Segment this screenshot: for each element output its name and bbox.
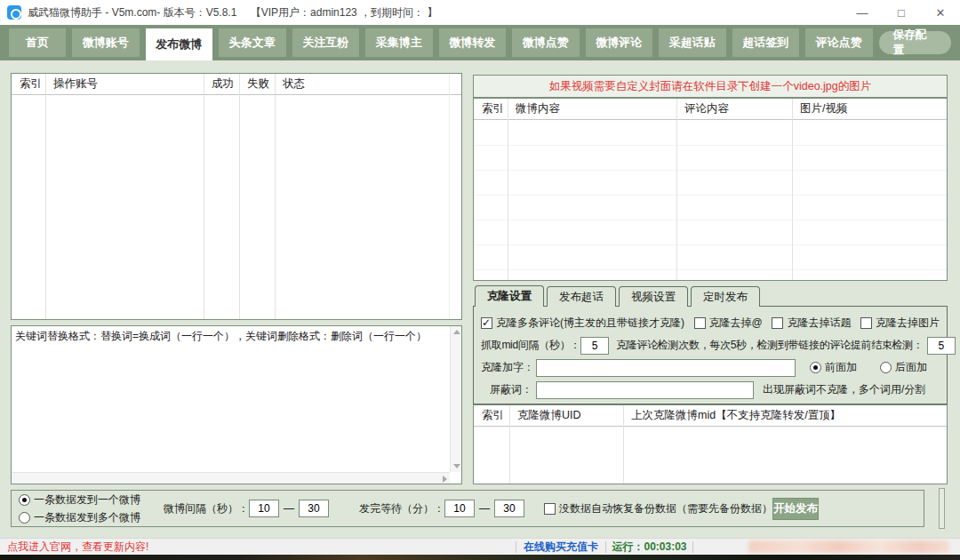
accounts-table[interactable]: 索引 操作账号 成功 失败 状态 (11, 73, 462, 320)
row-gridlines (474, 121, 947, 280)
column-divider (45, 74, 46, 319)
tab-scheduled-publish[interactable]: 定时发布 (691, 286, 760, 307)
block-words-label: 屏蔽词： (481, 382, 536, 397)
tab-comment-like[interactable]: 评论点赞 (805, 28, 873, 57)
uid-table-header: 索引 克隆微博UID 上次克隆微博mid【不支持克隆转发/置顶】 (474, 405, 947, 427)
save-config-button[interactable]: 保存配置 (879, 31, 952, 54)
column-divider (275, 74, 276, 319)
range-dash: — (284, 502, 294, 515)
official-site-link[interactable]: 点我进入官网，查看更新内容! (0, 540, 516, 555)
one-data-one-weibo-radio[interactable]: 一条数据发到一个微博 (19, 492, 140, 508)
desktop-edge-strip (0, 555, 960, 560)
radio-selected-icon (19, 494, 30, 506)
app-icon (7, 5, 21, 20)
clone-add-word-input[interactable] (536, 359, 796, 377)
tab-publish-weibo[interactable]: 发布微博 (146, 28, 213, 60)
send-mode-radios: 一条数据发到一个微博 一条数据发到多个微博 (19, 492, 140, 525)
scroll-up-icon[interactable] (453, 330, 460, 334)
col-index[interactable]: 索引 (474, 101, 508, 116)
column-divider (508, 99, 508, 280)
tab-collect-bloggers[interactable]: 采集博主 (365, 28, 433, 57)
column-divider (676, 99, 677, 280)
scroll-down-icon[interactable] (453, 464, 460, 468)
col-index[interactable]: 索引 (12, 76, 45, 92)
publish-controls: 一条数据发到一个微博 一条数据发到多个微博 微博间隔（秒）： — 发完等待（分）… (11, 490, 924, 527)
content-table[interactable]: 索引 微博内容 评论内容 图片/视频 (473, 98, 948, 281)
tab-clone-settings[interactable]: 克隆设置 (475, 285, 544, 307)
app-window: 威武猫微博助手 - V5m.com- 版本号：V5.8.1 【VIP用户：adm… (0, 0, 960, 560)
content-table-header: 索引 微博内容 评论内容 图片/视频 (474, 99, 947, 120)
close-button[interactable]: ✕ (921, 0, 960, 25)
interval-to-input[interactable] (299, 500, 329, 517)
detect-count-input[interactable] (927, 337, 956, 355)
window-controls: — □ ✕ (843, 0, 960, 25)
col-index[interactable]: 索引 (474, 408, 509, 423)
add-back-radio[interactable]: 后面加 (880, 360, 927, 375)
restore-backup-checkbox[interactable]: 没数据自动恢复备份数据（需要先备份数据） (544, 501, 772, 516)
buy-card-link[interactable]: 在线购买充值卡 (516, 540, 605, 555)
column-divider (792, 99, 793, 280)
mid-interval-input[interactable] (580, 337, 609, 355)
notice-text: 如果视频需要自定义封面请在软件目录下创建一个video.jpg的图片 (549, 79, 872, 94)
tab-supertopic-checkin[interactable]: 超话签到 (732, 28, 800, 57)
block-words-input[interactable] (536, 381, 754, 399)
tab-weibo-accounts[interactable]: 微博账号 (72, 28, 140, 57)
col-fail[interactable]: 失败 (239, 76, 275, 92)
clone-uid-table[interactable]: 索引 克隆微博UID 上次克隆微博mid【不支持克隆转发/置顶】 (473, 404, 948, 484)
window-title: 威武猫微博助手 - V5m.com- 版本号：V5.8.1 【VIP用户：adm… (28, 5, 437, 20)
col-uid[interactable]: 克隆微博UID (509, 408, 623, 423)
clone-remove-topic-checkbox[interactable]: 克隆去掉话题 (772, 316, 851, 331)
radio-icon (19, 512, 30, 524)
checkbox-icon (694, 317, 706, 329)
tab-weibo-repost[interactable]: 微博转发 (439, 28, 507, 57)
interval-from-input[interactable] (249, 500, 279, 517)
weibo-interval-label: 微博间隔（秒）： (164, 501, 249, 516)
col-success[interactable]: 成功 (204, 76, 239, 92)
wait-to-input[interactable] (494, 500, 524, 517)
clone-remove-at-checkbox[interactable]: 克隆去掉@ (694, 316, 763, 331)
run-timer: 运行：00:03:03 (606, 540, 692, 555)
detect-count-label: 克隆评论检测次数，每次5秒，检测到带链接的评论提前结束检测： (616, 338, 924, 353)
col-last-mid[interactable]: 上次克隆微博mid【不支持克隆转发/置顶】 (623, 408, 947, 423)
tab-video-settings[interactable]: 视频设置 (619, 286, 688, 307)
tab-publish-supertopic[interactable]: 发布超话 (547, 286, 616, 307)
scroll-right-icon[interactable] (443, 476, 447, 483)
clone-remove-image-checkbox[interactable]: 克隆去掉图片 (860, 316, 940, 331)
tab-weibo-like[interactable]: 微博点赞 (512, 28, 580, 57)
checkbox-icon (860, 317, 872, 329)
panel-edge-sliver (939, 488, 945, 529)
one-data-multi-weibo-radio[interactable]: 一条数据发到多个微博 (19, 510, 140, 525)
status-bar: 点我进入官网，查看更新内容! 在线购买充值卡 运行：00:03:03 (0, 538, 960, 555)
tab-home[interactable]: 首页 (9, 28, 66, 57)
col-weibo-content[interactable]: 微博内容 (508, 101, 676, 116)
tab-collect-supertopic[interactable]: 采超话贴 (659, 28, 726, 57)
col-media[interactable]: 图片/视频 (792, 101, 947, 116)
add-front-radio[interactable]: 前面加 (810, 360, 857, 375)
col-status[interactable]: 状态 (275, 76, 461, 92)
title-bar: 威武猫微博助手 - V5m.com- 版本号：V5.8.1 【VIP用户：adm… (0, 0, 960, 25)
col-comment[interactable]: 评论内容 (676, 101, 792, 116)
checkbox-checked-icon (481, 317, 492, 329)
clone-multi-comments-checkbox[interactable]: 克隆多条评论(博主发的且带链接才克隆) (481, 316, 684, 331)
nav-tab-bar: 首页 微博账号 发布微博 头条文章 关注互粉 采集博主 微博转发 微博点赞 微博… (0, 25, 960, 60)
radio-selected-icon (810, 362, 821, 373)
accounts-table-header: 索引 操作账号 成功 失败 状态 (12, 74, 461, 95)
scrollbar-track[interactable] (449, 74, 450, 319)
checkbox-icon (772, 317, 783, 329)
radio-icon (880, 362, 892, 373)
start-publish-button[interactable]: 开始发布 (772, 498, 819, 520)
tab-follow-mutual[interactable]: 关注互粉 (292, 28, 360, 57)
minimize-button[interactable]: — (843, 0, 882, 25)
column-divider (623, 405, 624, 484)
statusbar-right-section (693, 540, 960, 553)
tab-weibo-comment[interactable]: 微博评论 (586, 28, 653, 57)
vertical-scrollbar[interactable] (450, 326, 461, 472)
redacted-area (748, 540, 949, 553)
wait-from-input[interactable] (444, 500, 475, 517)
tab-headline-articles[interactable]: 头条文章 (219, 28, 286, 57)
maximize-button[interactable]: □ (882, 0, 921, 25)
horizontal-scrollbar[interactable] (12, 472, 450, 484)
col-account[interactable]: 操作账号 (45, 76, 204, 92)
column-divider (239, 74, 240, 319)
keywords-textarea[interactable]: 关键词替换格式：替换词=换成词（一行一个），关键词删除格式：删除词（一行一个） (11, 325, 462, 484)
